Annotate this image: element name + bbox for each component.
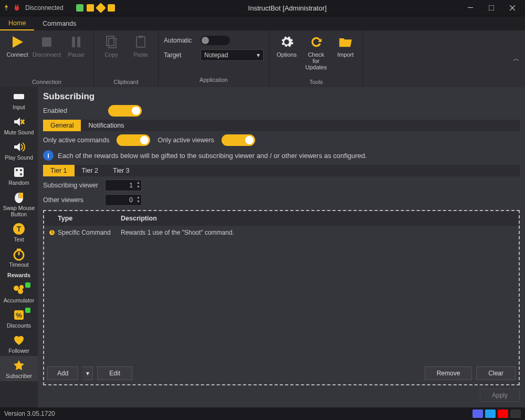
sidebar-item-swap-mouse-button[interactable]: Swap Mouse Button (0, 188, 38, 219)
ribbon-group-label: Application (200, 77, 228, 84)
step-down-icon[interactable]: ▼ (136, 185, 140, 189)
paste-button[interactable]: Paste (128, 33, 154, 59)
sidebar-icon (12, 190, 26, 205)
tab-notifications[interactable]: Notifications (81, 120, 131, 131)
other-viewers-label: Other viewers (43, 196, 101, 204)
sidebar-item-play-sound[interactable]: Play Sound (0, 138, 38, 163)
discord-icon[interactable] (472, 410, 483, 418)
ribbon-group-connection: Connect Disconnect Pause Connection (0, 30, 94, 87)
svg-point-14 (20, 169, 22, 171)
only-active-viewers-toggle[interactable] (222, 134, 255, 146)
step-up-icon[interactable]: ▲ (136, 181, 140, 185)
tab-general[interactable]: General (43, 120, 81, 131)
tab-tier3[interactable]: Tier 3 (106, 165, 137, 176)
rewards-panel: Type Description Specific Command Reward… (43, 210, 520, 385)
automatic-toggle[interactable] (201, 36, 230, 45)
other-viewers-input[interactable]: 0 ▲▼ (105, 194, 142, 206)
sidebar-item-label: Swap Mouse Button (0, 205, 38, 217)
app-icon (2, 4, 9, 12)
twitter-icon[interactable] (485, 410, 496, 418)
sidebar-item-mute-sound[interactable]: Mute Sound (0, 112, 38, 138)
options-button[interactable]: Options (274, 33, 300, 71)
svg-rect-11 (14, 167, 24, 177)
sidebar-item-text[interactable]: TText (0, 219, 38, 245)
maximize-button[interactable] (481, 0, 502, 16)
minimize-button[interactable] (460, 0, 481, 16)
main-menu: Home Commands (0, 16, 525, 30)
table-header-type: Type (58, 215, 121, 222)
play-icon (9, 34, 26, 50)
sidebar-item-follower[interactable]: Follower (0, 331, 38, 356)
sidebar-item-label: Follower (8, 348, 29, 354)
tab-tier2[interactable]: Tier 2 (75, 165, 106, 176)
step-up-icon[interactable]: ▲ (136, 195, 140, 200)
target-select[interactable]: Notepad ▾ (201, 49, 264, 61)
svg-rect-0 (5, 7, 7, 10)
menu-commands[interactable]: Commands (34, 16, 85, 30)
sidebar-item-label: Rewards (7, 272, 30, 278)
window-title: InstructBot [Administrator] (115, 4, 460, 12)
connect-button[interactable]: Connect (4, 33, 30, 59)
svg-rect-9 (139, 36, 143, 38)
sidebar-item-label: Play Sound (5, 154, 33, 161)
status-bar: Version 3.05.1720 (0, 407, 525, 420)
edit-button[interactable]: Edit (97, 366, 132, 380)
only-active-viewers-label: Only active viewers (158, 136, 214, 144)
youtube-icon[interactable] (498, 410, 508, 418)
sidebar-item-discounts[interactable]: %Discounts (0, 306, 38, 331)
enabled-label: Enabled (43, 107, 101, 114)
version-label: Version 3.05.1720 (4, 410, 55, 417)
subscribing-viewer-input[interactable]: 1 ▲▼ (105, 180, 142, 191)
sidebar-icon (12, 89, 26, 104)
apply-button[interactable]: Apply (480, 388, 520, 402)
misc-icon[interactable] (510, 410, 521, 418)
paste-icon (132, 34, 149, 50)
svg-rect-6 (107, 36, 114, 46)
import-button[interactable]: Import (332, 33, 359, 71)
sidebar-item-label: Discounts (7, 322, 31, 329)
tab-tier1[interactable]: Tier 1 (43, 165, 75, 176)
clear-button[interactable]: Clear (476, 366, 516, 380)
sidebar-item-subscriber[interactable]: Subscriber (0, 356, 38, 381)
badge-icon (108, 4, 115, 12)
stop-icon (38, 34, 55, 50)
section-tabs: General Notifications (43, 120, 520, 131)
svg-rect-10 (14, 94, 24, 99)
sidebar-item-accumulator[interactable]: Accumulator (0, 280, 38, 306)
plug-icon (13, 4, 21, 12)
ribbon-group-label: Tools (309, 79, 323, 86)
chevron-down-icon: ▾ (257, 51, 260, 59)
sidebar-item-rewards[interactable]: Rewards (0, 270, 38, 280)
enabled-toggle[interactable] (108, 105, 142, 117)
row-type: Specific Command (58, 229, 121, 236)
disconnect-button[interactable]: Disconnect (34, 33, 60, 59)
sidebar-item-label: Input (13, 104, 25, 110)
sidebar-item-label: Text (14, 236, 24, 243)
add-dropdown[interactable]: ▾ (82, 366, 93, 380)
refresh-icon (308, 34, 324, 50)
table-row[interactable]: Specific Command Rewards 1 use of the "S… (44, 226, 519, 239)
sidebar-item-input[interactable]: Input (0, 87, 38, 112)
close-button[interactable] (502, 0, 523, 16)
copy-button[interactable]: Copy (98, 33, 124, 59)
sidebar-item-timeout[interactable]: Timeout (0, 245, 38, 270)
pause-button[interactable]: Pause (63, 33, 89, 59)
tier-tabs: Tier 1 Tier 2 Tier 3 (43, 165, 520, 176)
ribbon-collapse-icon[interactable]: ︿ (513, 54, 520, 64)
sidebar-icon (12, 165, 26, 180)
menu-home[interactable]: Home (0, 16, 34, 30)
sidebar: InputMute SoundPlay SoundRandomSwap Mous… (0, 87, 38, 407)
info-icon: i (43, 150, 54, 161)
page-title: Subscribing (43, 91, 520, 102)
sidebar-item-random[interactable]: Random (0, 163, 38, 188)
ribbon-group-label: Connection (32, 79, 61, 86)
svg-text:%: % (16, 311, 22, 319)
remove-button[interactable]: Remove (425, 366, 472, 380)
only-active-commands-toggle[interactable] (117, 134, 150, 146)
sidebar-icon (12, 247, 26, 261)
step-down-icon[interactable]: ▼ (136, 200, 140, 204)
check-updates-button[interactable]: Check for Updates (303, 33, 329, 71)
svg-rect-4 (72, 37, 75, 47)
sidebar-item-label: Subscriber (6, 373, 32, 379)
add-button[interactable]: Add (47, 366, 78, 380)
